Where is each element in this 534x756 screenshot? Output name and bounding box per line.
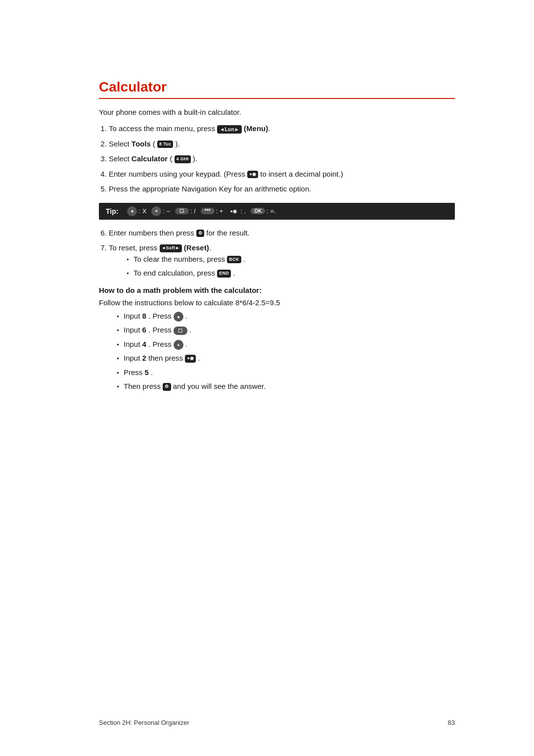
back-key: BCK xyxy=(227,256,241,264)
math-bullet-5: Press 5 . xyxy=(117,367,455,378)
math-b3-pre: Input xyxy=(124,340,142,348)
math-bullet-2: Input 6 . Press ☐ . xyxy=(117,325,455,336)
math-b2-bold: 6 xyxy=(142,326,146,334)
step-4-suffix: to insert a decimal point.) xyxy=(260,170,343,178)
math-b1-post: . Press xyxy=(148,312,174,320)
math-b5-post: . xyxy=(151,368,153,377)
tip-key-minus: + xyxy=(151,206,161,216)
math-b3-dot: . xyxy=(185,340,187,348)
math-b3-bold: 4 xyxy=(142,340,146,348)
math-bullet-3: Input 4 . Press + . xyxy=(117,339,455,350)
math-b4-key: ●◉ xyxy=(185,355,196,363)
tip-item-equals: OK : =. xyxy=(251,207,275,215)
end-period: . xyxy=(233,269,235,277)
tip-item-decimal: ●◉ : . xyxy=(228,207,246,215)
tip-sep-divide: : / xyxy=(190,207,196,215)
step-1-text: To access the main menu, press xyxy=(109,124,217,133)
intro-text: Your phone comes with a built-in calcula… xyxy=(99,108,455,116)
tip-sep-decimal: : . xyxy=(241,207,246,215)
menu-key: ◄Lun► xyxy=(217,125,242,134)
math-b6-post: and you will see the answer. xyxy=(173,382,266,390)
math-bullets: Input 8 . Press ● . Input 6 . Press ☐ . … xyxy=(117,311,455,392)
tools-key: 8 Tuc xyxy=(157,141,173,148)
tip-item-plus: *** : + xyxy=(201,207,223,215)
math-b4-post: then press xyxy=(148,354,185,362)
step-7-suffix: (Reset). xyxy=(184,243,211,252)
math-b2-post: . Press xyxy=(148,326,174,334)
clear-text: To clear the numbers, press xyxy=(134,255,227,263)
tip-sep-multiply: : X xyxy=(138,207,146,215)
calculator-key: 4 GHI xyxy=(175,155,191,163)
math-b2-dot: . xyxy=(189,326,191,334)
decimal-key: ●◉ xyxy=(247,171,258,179)
math-b1-dot: . xyxy=(185,312,187,320)
step-6-suffix: for the result. xyxy=(206,229,250,237)
steps-2-list: Enter numbers then press ⚙ for the resul… xyxy=(109,228,455,279)
tip-sep-equals: : =. xyxy=(267,207,275,215)
page-container: Calculator Your phone comes with a built… xyxy=(0,0,534,435)
footer-section: Section 2H: Personal Organizer xyxy=(99,719,189,726)
math-b5-pre: Press xyxy=(124,368,145,377)
step-7-text: To reset, press xyxy=(109,243,160,252)
tip-key-decimal: ●◉ xyxy=(228,208,239,214)
end-key: END xyxy=(217,270,231,278)
step-2-text: Select Tools ( xyxy=(109,140,157,148)
tip-box: Tip: ● : X + : – ☐ : / *** : + ●◉ : . xyxy=(99,203,455,220)
reset-bullets: To clear the numbers, press BCK . To end… xyxy=(127,254,455,279)
clear-bullet: To clear the numbers, press BCK . xyxy=(127,254,455,265)
math-b4-pre: Input xyxy=(124,354,142,362)
end-text: To end calculation, press xyxy=(134,269,217,277)
step-7: To reset, press ◄Soft► (Reset). To clear… xyxy=(109,242,455,279)
page-title: Calculator xyxy=(99,79,455,99)
tip-item-multiply: ● : X xyxy=(127,206,146,216)
step-6-text: Enter numbers then press xyxy=(109,229,196,237)
step-4: Enter numbers using your keypad. (Press … xyxy=(109,169,455,180)
tip-sep-plus: : + xyxy=(216,207,223,215)
math-b2-pre: Input xyxy=(124,326,142,334)
math-bullet-6: Then press ⚙ and you will see the answer… xyxy=(117,381,455,392)
page-footer: Section 2H: Personal Organizer 83 xyxy=(0,719,534,726)
math-b3-post: . Press xyxy=(148,340,174,348)
step-5: Press the appropriate Navigation Key for… xyxy=(109,184,455,195)
result-key: ⚙ xyxy=(196,230,204,237)
tip-key-multiply: ● xyxy=(127,206,137,216)
math-b6-key: ⚙ xyxy=(163,383,171,391)
step-1: To access the main menu, press ◄Lun► (Me… xyxy=(109,123,455,135)
step-3-text: Select Calculator ( xyxy=(109,154,175,163)
math-b6-pre: Then press xyxy=(124,382,163,390)
math-intro: Follow the instructions below to calcula… xyxy=(99,298,455,307)
reset-key: ◄Soft► xyxy=(160,244,182,252)
step-2-suffix: ). xyxy=(176,140,180,148)
tip-key-plus: *** xyxy=(201,208,215,214)
step-4-text: Enter numbers using your keypad. (Press xyxy=(109,170,247,178)
math-b3-key: + xyxy=(174,340,183,350)
math-b2-key: ☐ xyxy=(174,327,187,335)
tip-item-divide: ☐ : / xyxy=(175,207,196,215)
footer-page-number: 83 xyxy=(448,719,455,726)
step-6: Enter numbers then press ⚙ for the resul… xyxy=(109,228,455,239)
step-3-suffix: ). xyxy=(193,154,197,163)
tip-key-equals: OK xyxy=(251,208,265,214)
clear-period: . xyxy=(243,255,245,263)
math-b4-bold: 2 xyxy=(142,354,146,362)
math-b1-pre: Input xyxy=(124,312,142,320)
tip-content: ● : X + : – ☐ : / *** : + ●◉ : . OK : =. xyxy=(127,206,275,216)
math-bullet-4: Input 2 then press ●◉ . xyxy=(117,353,455,364)
step-3: Select Calculator ( 4 GHI ). xyxy=(109,153,455,165)
math-heading: How to do a math problem with the calcul… xyxy=(99,286,455,294)
math-b1-bold: 8 xyxy=(142,312,146,320)
math-b1-key: ● xyxy=(174,312,183,322)
tip-key-divide: ☐ xyxy=(175,208,189,214)
math-bullet-1: Input 8 . Press ● . xyxy=(117,311,455,322)
math-b4-dot: . xyxy=(198,354,200,362)
tip-item-minus: + : – xyxy=(151,206,170,216)
math-b5-bold: 5 xyxy=(145,368,149,377)
end-bullet: To end calculation, press END . xyxy=(127,268,455,279)
main-steps-list: To access the main menu, press ◄Lun► (Me… xyxy=(109,123,455,195)
tip-label: Tip: xyxy=(106,207,118,215)
step-5-text: Press the appropriate Navigation Key for… xyxy=(109,185,311,193)
tip-sep-minus: : – xyxy=(163,207,170,215)
step-2: Select Tools ( 8 Tuc ). xyxy=(109,139,455,150)
step-1-suffix: (Menu). xyxy=(244,124,270,133)
